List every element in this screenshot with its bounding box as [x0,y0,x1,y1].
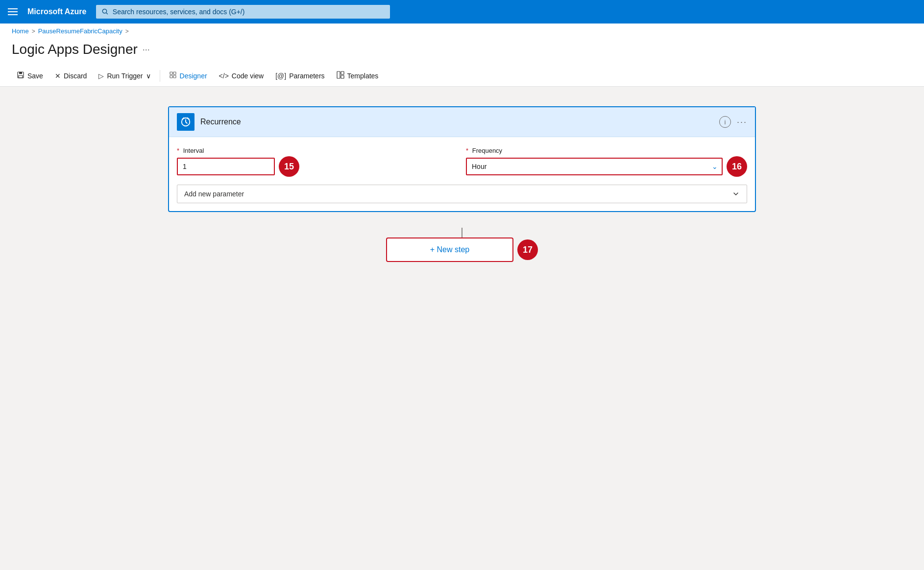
interval-input[interactable] [177,158,275,175]
frequency-badge: 16 [727,156,747,177]
run-icon: ▷ [98,72,104,80]
save-button[interactable]: Save [12,68,48,83]
interval-label: * Interval [177,147,458,154]
designer-button[interactable]: Designer [164,68,212,83]
search-input[interactable] [113,8,385,16]
interval-required: * [177,147,179,154]
add-parameter-text: Add new parameter [184,190,244,198]
top-nav: Microsoft Azure [0,0,924,24]
breadcrumb: Home > PauseResumeFabricCapacity > [12,27,912,38]
new-step-row: + New step 17 [386,238,538,262]
new-step-button[interactable]: + New step [386,238,513,262]
svg-rect-6 [173,72,176,74]
svg-rect-3 [19,72,22,74]
save-icon [17,71,24,80]
run-trigger-button[interactable]: ▷ Run Trigger ∨ [94,69,155,83]
svg-rect-9 [337,71,340,78]
page-title: Logic Apps Designer [12,42,138,57]
designer-icon [169,71,177,80]
new-step-area: + New step 17 [386,228,538,262]
page-ellipsis[interactable]: ··· [143,45,150,55]
interval-badge: 15 [279,156,299,177]
frequency-label: * Frequency [466,147,747,154]
svg-rect-4 [19,75,23,78]
search-bar [96,5,390,19]
card-title: Recurrence [200,118,241,126]
form-row-main: * Interval 15 * Frequency [177,147,747,177]
parameters-button[interactable]: [@] Parameters [270,69,329,83]
card-header: Recurrence i ··· [169,107,755,137]
discard-button[interactable]: ✕ Discard [50,69,92,83]
card-header-left: Recurrence [177,113,241,131]
svg-rect-10 [341,71,344,74]
toolbar: Save ✕ Discard ▷ Run Trigger ∨ Designer … [0,65,924,87]
add-parameter-row[interactable]: Add new parameter [177,185,747,203]
svg-rect-11 [341,75,344,78]
hamburger-menu[interactable] [8,8,18,15]
designer-canvas: Recurrence i ··· * Interval [0,87,924,390]
frequency-select[interactable]: Hour Second Minute Day Week Month [466,158,723,175]
code-icon: </> [219,72,229,80]
frequency-select-wrapper: Hour Second Minute Day Week Month ⌄ [466,158,723,175]
run-chevron-icon: ∨ [146,72,151,80]
info-button[interactable]: i [719,116,731,128]
svg-point-0 [103,9,107,13]
svg-rect-8 [173,75,176,78]
svg-line-1 [106,13,108,14]
card-body: * Interval 15 * Frequency [169,137,755,211]
toolbar-separator [160,70,160,82]
recurrence-icon-box [177,113,195,131]
connector-line [462,228,462,238]
templates-button[interactable]: Templates [332,68,384,83]
templates-icon [337,71,344,80]
new-step-badge: 17 [517,239,538,260]
svg-rect-7 [170,75,172,78]
svg-rect-5 [170,72,172,74]
clock-icon [180,117,191,127]
code-view-button[interactable]: </> Code view [214,69,269,83]
nav-title: Microsoft Azure [27,7,86,16]
breadcrumb-sep2: > [125,28,129,35]
frequency-group: * Frequency Hour Second Minute Day Week … [466,147,747,177]
recurrence-card: Recurrence i ··· * Interval [168,106,756,212]
page-title-row: Logic Apps Designer ··· [12,38,912,65]
interval-group: * Interval 15 [177,147,458,177]
parameters-icon: [@] [275,72,286,80]
card-menu-button[interactable]: ··· [737,117,747,127]
breadcrumb-resource[interactable]: PauseResumeFabricCapacity [38,27,122,35]
card-header-right: i ··· [719,116,747,128]
breadcrumb-sep1: > [32,28,35,35]
interval-input-row: 15 [177,156,458,177]
frequency-input-row: Hour Second Minute Day Week Month ⌄ 16 [466,156,747,177]
breadcrumb-area: Home > PauseResumeFabricCapacity > Logic… [0,24,924,65]
discard-icon: ✕ [55,72,61,80]
add-param-chevron-icon [732,190,740,198]
breadcrumb-home[interactable]: Home [12,27,29,35]
search-icon [102,8,108,15]
frequency-required: * [466,147,468,154]
